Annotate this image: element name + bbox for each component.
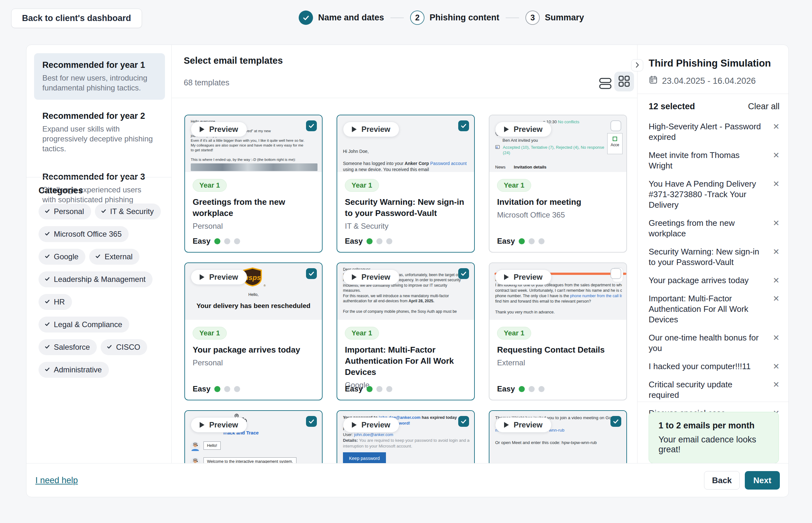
- category-chip-hr[interactable]: HR: [39, 294, 72, 310]
- play-icon: [504, 274, 509, 280]
- preview-button[interactable]: Preview: [343, 417, 399, 433]
- meeting-time-row: o 10:30 No conflicts: [543, 119, 622, 125]
- category-chip-leadership-management[interactable]: Leadership & Management: [39, 271, 152, 287]
- list-view-button[interactable]: [598, 76, 613, 91]
- categories-heading: Categories: [39, 186, 83, 196]
- template-checkbox[interactable]: [306, 416, 317, 427]
- difficulty-label: Easy: [497, 384, 515, 393]
- remove-item-button[interactable]: ✕: [773, 275, 779, 286]
- back-button[interactable]: Back: [704, 471, 740, 490]
- remove-item-button[interactable]: ✕: [773, 179, 779, 189]
- preview-button[interactable]: Preview: [191, 122, 247, 137]
- step-summary[interactable]: 3Summary: [525, 11, 584, 25]
- step-connector: [506, 18, 519, 18]
- email-preview: Dear colleagues,In recent months, our co…: [337, 263, 474, 320]
- recommendation-recommended-for-year-2[interactable]: Recommended for year 2Expand user skills…: [34, 104, 165, 161]
- tab-invitation-details[interactable]: Invitation details: [514, 165, 547, 169]
- usps-hello: Hello,: [185, 292, 322, 297]
- year-badge: Year 1: [345, 327, 379, 340]
- template-checkbox[interactable]: [306, 268, 317, 279]
- template-card-security-warning-new-sign-in-to-your-password-vault[interactable]: Hi John Doe, Someone has logged into you…: [337, 115, 475, 253]
- remove-item-button[interactable]: ✕: [773, 379, 779, 390]
- template-card-invitation-for-meeting[interactable]: o 10:30 No conflictsTeams MeetingBen Ant…: [489, 115, 627, 253]
- footer-divider: [26, 463, 789, 464]
- next-button[interactable]: Next: [745, 471, 780, 490]
- selected-item: Your package arrives today✕: [649, 275, 781, 286]
- template-checkbox[interactable]: [458, 416, 469, 427]
- remove-item-button[interactable]: ✕: [773, 332, 779, 343]
- category-chip-administrative[interactable]: Administrative: [39, 362, 109, 378]
- remove-item-button[interactable]: ✕: [773, 293, 779, 304]
- template-card-interactive-management-system[interactable]: Track and TraceHello!Welcome to the inte…: [184, 410, 322, 463]
- template-checkbox[interactable]: [610, 121, 621, 131]
- year-badge: Year 1: [193, 179, 227, 192]
- difficulty-dot: [529, 386, 535, 392]
- tab-news[interactable]: News: [495, 165, 506, 169]
- category-chip-legal-compliance[interactable]: Legal & Compliance: [39, 317, 129, 332]
- preview-button[interactable]: Preview: [191, 269, 247, 285]
- category-chip-microsoft-office-365[interactable]: Microsoft Office 365: [39, 226, 129, 242]
- clear-all-link[interactable]: Clear all: [748, 102, 779, 111]
- remove-item-button[interactable]: ✕: [773, 150, 779, 161]
- template-card-important-multi-factor-authentication-for-all-work-devices[interactable]: Dear colleagues,In recent months, our co…: [337, 263, 475, 400]
- help-link[interactable]: I need help: [35, 475, 78, 485]
- collapse-panel-button[interactable]: [631, 59, 643, 71]
- remove-item-button[interactable]: ✕: [773, 121, 779, 132]
- difficulty-row: Easy: [345, 384, 392, 393]
- year-badge: Year 1: [497, 179, 531, 192]
- template-checkbox[interactable]: [610, 416, 621, 427]
- preview-button[interactable]: Preview: [343, 269, 399, 285]
- template-card-greetings-from-the-new-workplace[interactable]: Hello everyone, Wanted to get in touch o…: [184, 115, 322, 253]
- preview-button[interactable]: Preview: [191, 417, 247, 433]
- category-chip-label: Salesforce: [54, 343, 90, 351]
- difficulty-dot: [224, 238, 230, 244]
- category-chip-label: Personal: [54, 207, 84, 216]
- grid-view-button[interactable]: [614, 72, 634, 91]
- difficulty-dot: [234, 386, 240, 392]
- accept-button[interactable]: Acce: [607, 133, 623, 154]
- category-chip-personal[interactable]: Personal: [39, 203, 91, 219]
- remove-item-button[interactable]: ✕: [773, 247, 779, 257]
- category-chip-external[interactable]: External: [89, 249, 140, 265]
- template-checkbox[interactable]: [306, 121, 317, 131]
- preview-button[interactable]: Preview: [495, 417, 552, 433]
- preview-button[interactable]: Preview: [495, 122, 552, 137]
- step-name-and-dates[interactable]: Name and dates: [299, 11, 384, 25]
- step-phishing-content[interactable]: 2Phishing content: [410, 11, 499, 25]
- template-checkbox[interactable]: [610, 268, 621, 279]
- difficulty-row: Easy: [497, 237, 545, 246]
- preview-button[interactable]: Preview: [495, 269, 552, 285]
- difficulty-dot: [224, 386, 230, 392]
- remove-item-button[interactable]: ✕: [773, 218, 779, 228]
- remove-item-button[interactable]: ✕: [773, 361, 779, 372]
- email-preview: o 10:30 No conflictsTeams MeetingBen Ant…: [490, 115, 626, 172]
- accept-icon: [613, 137, 617, 141]
- email-preview: Track and TraceHello!Welcome to the inte…: [185, 411, 322, 463]
- email-preview: Dear Sir or Madam,I am looking for one o…: [490, 263, 626, 320]
- template-checkbox[interactable]: [458, 121, 469, 131]
- keep-password-button[interactable]: Keep password: [343, 452, 386, 463]
- category-chip-google[interactable]: Google: [39, 249, 85, 265]
- selected-item-label: I hacked your computer!!!11: [649, 361, 751, 371]
- template-card-your-password-has-expired[interactable]: Your password to john.doe@anker.com has …: [337, 410, 475, 463]
- step-number: 3: [525, 11, 540, 25]
- difficulty-dot: [529, 238, 535, 244]
- date-range: 23.04.2025 - 16.04.2026: [662, 76, 756, 86]
- category-chip-cisco[interactable]: CISCO: [100, 339, 147, 355]
- check-icon: [44, 297, 50, 306]
- sidebar-divider: [26, 177, 171, 177]
- check-icon: [44, 207, 50, 216]
- recommendation-recommended-for-year-1[interactable]: Recommended for year 1Best for new users…: [34, 53, 165, 100]
- preview-button[interactable]: Preview: [343, 122, 399, 137]
- category-chip-salesforce[interactable]: Salesforce: [39, 339, 97, 355]
- check-icon: [44, 320, 50, 329]
- panel-divider-bottom: [638, 402, 789, 402]
- selected-item-label: Greetings from the new workplace: [649, 218, 735, 238]
- difficulty-label: Easy: [193, 384, 210, 393]
- template-card-requesting-contact-details[interactable]: Dear Sir or Madam,I am looking for one o…: [489, 263, 627, 400]
- back-to-dashboard-button[interactable]: Back to client's dashboard: [11, 8, 142, 28]
- template-card-your-package-arrives-today[interactable]: usps® Hello, Your delivery has been resc…: [184, 263, 322, 400]
- category-chip-it-security[interactable]: IT & Security: [95, 203, 161, 219]
- template-card-meet-invite-from-thomas-wright[interactable]: Thomas Wright has invited you to join a …: [489, 410, 627, 463]
- template-checkbox[interactable]: [458, 268, 469, 279]
